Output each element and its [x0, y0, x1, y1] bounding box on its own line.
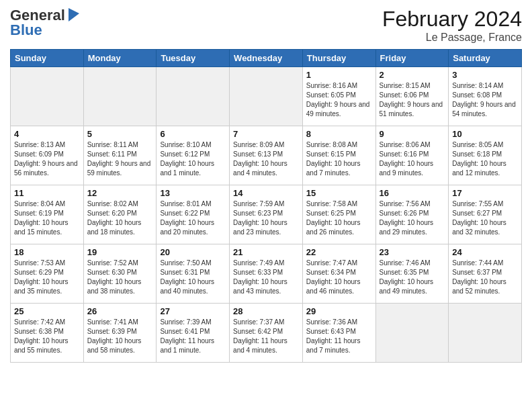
day-info: Sunrise: 8:09 AM Sunset: 6:13 PM Dayligh… [233, 140, 299, 178]
day-number: 1 [306, 70, 372, 80]
calendar-week-3: 18Sunrise: 7:53 AM Sunset: 6:29 PM Dayli… [11, 244, 522, 304]
day-info: Sunrise: 7:53 AM Sunset: 6:29 PM Dayligh… [14, 259, 80, 296]
calendar-cell: 23Sunrise: 7:46 AM Sunset: 6:35 PM Dayli… [375, 244, 449, 304]
day-info: Sunrise: 8:01 AM Sunset: 6:22 PM Dayligh… [160, 199, 226, 237]
day-info: Sunrise: 8:11 AM Sunset: 6:11 PM Dayligh… [87, 140, 153, 178]
day-number: 29 [306, 306, 372, 316]
col-monday: Monday [83, 50, 157, 67]
day-info: Sunrise: 7:52 AM Sunset: 6:30 PM Dayligh… [87, 259, 153, 296]
day-number: 14 [233, 188, 299, 198]
calendar-cell [157, 67, 230, 126]
day-number: 13 [160, 188, 226, 198]
calendar-cell: 22Sunrise: 7:47 AM Sunset: 6:34 PM Dayli… [302, 244, 375, 304]
day-number: 18 [14, 247, 80, 257]
day-info: Sunrise: 8:16 AM Sunset: 6:05 PM Dayligh… [306, 81, 372, 119]
calendar-cell: 13Sunrise: 8:01 AM Sunset: 6:22 PM Dayli… [157, 185, 230, 244]
page: General Blue February 2024 Le Passage, F… [0, 0, 532, 411]
day-number: 11 [14, 188, 80, 198]
calendar-cell: 11Sunrise: 8:04 AM Sunset: 6:19 PM Dayli… [11, 185, 84, 244]
day-number: 26 [87, 306, 153, 316]
day-info: Sunrise: 8:13 AM Sunset: 6:09 PM Dayligh… [14, 140, 80, 178]
day-number: 27 [160, 306, 226, 316]
calendar-cell: 14Sunrise: 7:59 AM Sunset: 6:23 PM Dayli… [230, 185, 303, 244]
calendar-week-0: 1Sunrise: 8:16 AM Sunset: 6:05 PM Daylig… [11, 67, 522, 126]
calendar-subtitle: Le Passage, France [382, 32, 522, 44]
day-info: Sunrise: 7:49 AM Sunset: 6:33 PM Dayligh… [233, 259, 299, 296]
day-info: Sunrise: 7:58 AM Sunset: 6:25 PM Dayligh… [306, 199, 372, 237]
calendar-cell: 28Sunrise: 7:37 AM Sunset: 6:42 PM Dayli… [230, 304, 303, 363]
day-number: 28 [233, 306, 299, 316]
day-number: 24 [452, 247, 518, 257]
col-saturday: Saturday [449, 50, 522, 67]
svg-marker-0 [69, 8, 79, 21]
calendar-cell: 17Sunrise: 7:55 AM Sunset: 6:27 PM Dayli… [449, 185, 522, 244]
day-number: 3 [452, 70, 518, 80]
calendar-cell: 15Sunrise: 7:58 AM Sunset: 6:25 PM Dayli… [302, 185, 375, 244]
day-info: Sunrise: 7:47 AM Sunset: 6:34 PM Dayligh… [306, 259, 372, 296]
calendar-cell [83, 67, 157, 126]
day-info: Sunrise: 7:46 AM Sunset: 6:35 PM Dayligh… [380, 259, 445, 296]
calendar-cell: 29Sunrise: 7:36 AM Sunset: 6:43 PM Dayli… [302, 304, 375, 363]
calendar-cell: 16Sunrise: 7:56 AM Sunset: 6:26 PM Dayli… [375, 185, 449, 244]
day-number: 17 [452, 188, 518, 198]
day-number: 19 [87, 247, 153, 257]
calendar-cell: 25Sunrise: 7:42 AM Sunset: 6:38 PM Dayli… [11, 304, 84, 363]
day-info: Sunrise: 7:37 AM Sunset: 6:42 PM Dayligh… [233, 318, 299, 355]
day-number: 12 [87, 188, 153, 198]
day-info: Sunrise: 7:39 AM Sunset: 6:41 PM Dayligh… [160, 318, 226, 355]
calendar-cell: 20Sunrise: 7:50 AM Sunset: 6:31 PM Dayli… [157, 244, 230, 304]
header: General Blue February 2024 Le Passage, F… [10, 7, 522, 44]
day-number: 23 [380, 247, 445, 257]
calendar-header-row: Sunday Monday Tuesday Wednesday Thursday… [11, 50, 522, 67]
day-number: 7 [233, 129, 299, 139]
day-info: Sunrise: 8:08 AM Sunset: 6:15 PM Dayligh… [306, 140, 372, 178]
day-info: Sunrise: 7:42 AM Sunset: 6:38 PM Dayligh… [14, 318, 80, 355]
day-info: Sunrise: 8:10 AM Sunset: 6:12 PM Dayligh… [160, 140, 226, 178]
day-number: 6 [160, 129, 226, 139]
day-info: Sunrise: 8:14 AM Sunset: 6:08 PM Dayligh… [452, 81, 518, 119]
calendar-cell: 12Sunrise: 8:02 AM Sunset: 6:20 PM Dayli… [83, 185, 157, 244]
day-info: Sunrise: 7:59 AM Sunset: 6:23 PM Dayligh… [233, 199, 299, 237]
calendar-cell: 21Sunrise: 7:49 AM Sunset: 6:33 PM Dayli… [230, 244, 303, 304]
logo-flag [67, 8, 79, 24]
day-number: 10 [452, 129, 518, 139]
day-number: 8 [306, 129, 372, 139]
calendar-table: Sunday Monday Tuesday Wednesday Thursday… [10, 49, 522, 363]
day-info: Sunrise: 7:50 AM Sunset: 6:31 PM Dayligh… [160, 259, 226, 296]
day-number: 2 [380, 70, 445, 80]
day-info: Sunrise: 8:06 AM Sunset: 6:16 PM Dayligh… [380, 140, 445, 178]
calendar-cell: 8Sunrise: 8:08 AM Sunset: 6:15 PM Daylig… [302, 126, 375, 185]
col-wednesday: Wednesday [230, 50, 303, 67]
logo: General Blue [10, 7, 79, 39]
calendar-cell: 4Sunrise: 8:13 AM Sunset: 6:09 PM Daylig… [11, 126, 84, 185]
calendar-cell [230, 67, 303, 126]
calendar-cell [449, 304, 522, 363]
calendar-cell: 5Sunrise: 8:11 AM Sunset: 6:11 PM Daylig… [83, 126, 157, 185]
day-number: 20 [160, 247, 226, 257]
day-info: Sunrise: 7:55 AM Sunset: 6:27 PM Dayligh… [452, 199, 518, 237]
calendar-cell: 26Sunrise: 7:41 AM Sunset: 6:39 PM Dayli… [83, 304, 157, 363]
day-info: Sunrise: 8:04 AM Sunset: 6:19 PM Dayligh… [14, 199, 80, 237]
calendar-cell: 10Sunrise: 8:05 AM Sunset: 6:18 PM Dayli… [449, 126, 522, 185]
calendar-week-1: 4Sunrise: 8:13 AM Sunset: 6:09 PM Daylig… [11, 126, 522, 185]
title-block: February 2024 Le Passage, France [382, 7, 522, 44]
day-number: 5 [87, 129, 153, 139]
day-number: 15 [306, 188, 372, 198]
calendar-cell: 2Sunrise: 8:15 AM Sunset: 6:06 PM Daylig… [375, 67, 449, 126]
day-info: Sunrise: 8:02 AM Sunset: 6:20 PM Dayligh… [87, 199, 153, 237]
day-number: 21 [233, 247, 299, 257]
calendar-cell: 1Sunrise: 8:16 AM Sunset: 6:05 PM Daylig… [302, 67, 375, 126]
col-thursday: Thursday [302, 50, 375, 67]
day-number: 9 [380, 129, 445, 139]
calendar-cell: 27Sunrise: 7:39 AM Sunset: 6:41 PM Dayli… [157, 304, 230, 363]
day-info: Sunrise: 7:36 AM Sunset: 6:43 PM Dayligh… [306, 318, 372, 355]
col-sunday: Sunday [11, 50, 84, 67]
calendar-cell: 6Sunrise: 8:10 AM Sunset: 6:12 PM Daylig… [157, 126, 230, 185]
day-info: Sunrise: 7:41 AM Sunset: 6:39 PM Dayligh… [87, 318, 153, 355]
calendar-week-2: 11Sunrise: 8:04 AM Sunset: 6:19 PM Dayli… [11, 185, 522, 244]
col-tuesday: Tuesday [157, 50, 230, 67]
day-info: Sunrise: 7:56 AM Sunset: 6:26 PM Dayligh… [380, 199, 445, 237]
day-info: Sunrise: 8:15 AM Sunset: 6:06 PM Dayligh… [380, 81, 445, 119]
col-friday: Friday [375, 50, 449, 67]
day-number: 16 [380, 188, 445, 198]
